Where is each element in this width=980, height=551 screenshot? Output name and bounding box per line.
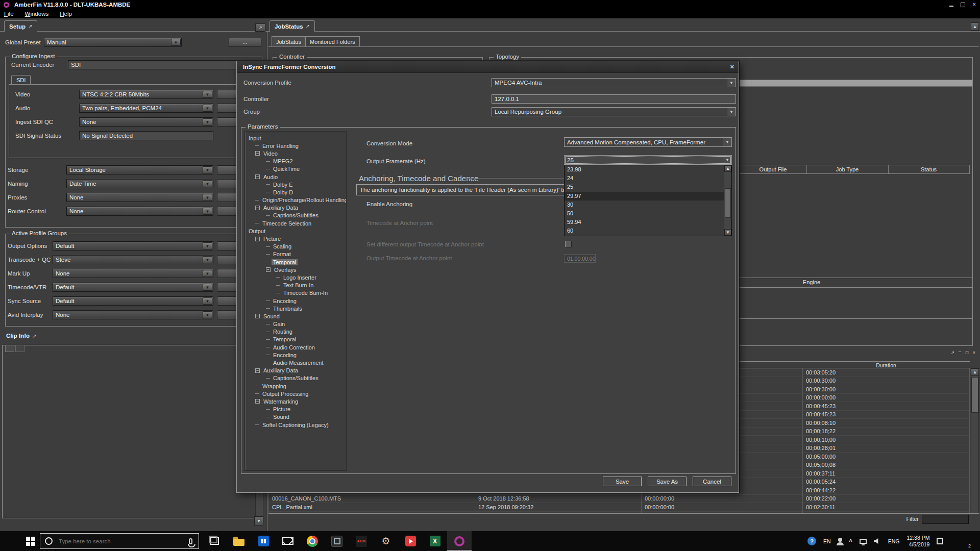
tree-item[interactable]: −Watermarking: [245, 397, 346, 405]
tree-item[interactable]: Text Burn-In: [245, 282, 346, 289]
setup-scrollbar-track[interactable]: [255, 493, 263, 516]
tree-item[interactable]: Scaling: [245, 243, 346, 251]
controller-field[interactable]: 127.0.0.1: [492, 94, 736, 104]
tree-item[interactable]: Input: [245, 134, 346, 142]
language-indicator[interactable]: ENG: [888, 538, 900, 544]
tree-item[interactable]: Output: [245, 227, 346, 235]
save-button[interactable]: Save: [603, 477, 642, 486]
tree-item[interactable]: Dolby D: [245, 188, 346, 196]
menu-help[interactable]: Help: [60, 11, 72, 17]
tree-item[interactable]: Timecode Selection: [245, 219, 346, 227]
row-more-button[interactable]: [217, 90, 239, 99]
table-row[interactable]: 00016_CANON_C100.MTS9 Oct 2018 12:36:580…: [268, 495, 970, 504]
tree-item[interactable]: −Sound: [245, 312, 346, 320]
row-more-button[interactable]: [217, 283, 239, 292]
field-combo[interactable]: Steve▼: [53, 255, 213, 264]
taskbar-app-amberfin[interactable]: [447, 531, 472, 551]
hidden-icons-chevron[interactable]: ^: [849, 538, 852, 544]
tree-item[interactable]: Captions/Subtitles: [245, 212, 346, 219]
taskbar-app-adm[interactable]: ADM: [349, 531, 374, 551]
tree-item[interactable]: MPEG2: [245, 158, 346, 165]
tree-item[interactable]: −Audio: [245, 173, 346, 181]
tree-item[interactable]: Encoding: [245, 297, 346, 305]
tree-item[interactable]: Output Processing: [245, 390, 346, 397]
panel-close-icon[interactable]: ×: [971, 349, 977, 356]
field-combo[interactable]: None▼: [53, 269, 213, 278]
row-more-button[interactable]: [217, 179, 239, 188]
row-more-button[interactable]: [217, 207, 239, 216]
tree-item[interactable]: Softel Captioning (Legacy): [245, 421, 346, 429]
tree-item[interactable]: Temporal: [245, 258, 346, 266]
tree-item[interactable]: Encoding: [245, 351, 346, 359]
group-combo[interactable]: Local Repurposing Group ▼: [492, 107, 736, 116]
tree-collapse-icon[interactable]: −: [255, 368, 260, 373]
row-more-button[interactable]: [217, 241, 239, 251]
tree-item[interactable]: Error Handling: [245, 142, 346, 149]
language-short-indicator[interactable]: EN: [823, 538, 831, 544]
dropdown-option[interactable]: 60: [565, 227, 731, 235]
row-more-button[interactable]: [217, 165, 239, 174]
dropdown-option[interactable]: 59.94: [565, 218, 731, 227]
col-header-output-file[interactable]: Output File: [740, 166, 806, 172]
setup-float-button[interactable]: ↗: [255, 23, 265, 32]
output-framerate-combo[interactable]: 25 ▼: [564, 155, 732, 165]
dropdown-option[interactable]: 23.98: [565, 165, 731, 174]
panel-float-icon[interactable]: ↗: [949, 349, 956, 356]
tree-item[interactable]: Wrapping: [245, 382, 346, 390]
field-combo[interactable]: Default▼: [53, 241, 213, 251]
clip-info-tab-1[interactable]: [5, 345, 14, 352]
taskbar-app-store[interactable]: [251, 531, 276, 551]
global-preset-more-button[interactable]: ...: [229, 38, 261, 47]
tree-item[interactable]: Format: [245, 251, 346, 258]
tree-item[interactable]: Logo Inserter: [245, 273, 346, 281]
current-encoder-field[interactable]: SDI: [68, 60, 258, 69]
tree-item[interactable]: −Overlays: [245, 266, 346, 273]
tree-item[interactable]: Thumbnails: [245, 305, 346, 312]
action-center-icon[interactable]: [937, 538, 943, 544]
taskbar-app-mail[interactable]: [276, 531, 300, 551]
taskbar-search[interactable]: [40, 533, 199, 549]
setup-scroll-down-button[interactable]: ▼: [254, 516, 263, 525]
field-combo[interactable]: Two pairs, Embedded, PCM24▼: [79, 104, 213, 113]
maximize-icon[interactable]: [961, 3, 965, 7]
table-row[interactable]: CPL_Partial.xml12 Sep 2018 09:20:3200:00…: [268, 503, 970, 512]
tree-collapse-icon[interactable]: −: [255, 314, 260, 318]
tree-item[interactable]: Captions/Subtitles: [245, 374, 346, 382]
taskbar-app-media[interactable]: [398, 531, 423, 551]
dialog-title-bar[interactable]: InSync FrameFormer Conversion ×: [237, 61, 739, 73]
dropdown-option[interactable]: 30: [565, 201, 731, 209]
save-as-button[interactable]: Save As: [648, 477, 687, 486]
menu-file[interactable]: File: [4, 11, 14, 17]
tree-item[interactable]: Routing: [245, 328, 346, 336]
field-combo[interactable]: NTSC 4:2:2 CBR 50Mbits▼: [79, 90, 213, 99]
col-header-job-type[interactable]: Job Type: [806, 166, 888, 172]
tree-collapse-icon[interactable]: −: [255, 399, 260, 404]
network-tray-icon[interactable]: [860, 539, 867, 544]
tree-item[interactable]: Origin/Precharge/Rollout Handling: [245, 196, 346, 204]
field-combo[interactable]: None▼: [66, 207, 213, 216]
tree-collapse-icon[interactable]: −: [266, 267, 271, 272]
search-input[interactable]: [58, 538, 189, 545]
cancel-button[interactable]: Cancel: [693, 477, 731, 486]
dropdown-scrollbar[interactable]: ▲ ▼: [724, 165, 731, 236]
jobs-scrollbar-thumb[interactable]: [971, 377, 978, 413]
close-icon[interactable]: ×: [972, 2, 976, 8]
dropdown-option[interactable]: 24: [565, 174, 731, 183]
set-different-timecode-checkbox[interactable]: [565, 241, 572, 247]
field-combo[interactable]: None▼: [53, 310, 213, 319]
taskbar-app-dark-app[interactable]: [325, 531, 349, 551]
volume-tray-icon[interactable]: [874, 538, 881, 544]
tree-item[interactable]: Picture: [245, 406, 346, 413]
tab-jobstatus[interactable]: JobStatus ↗: [270, 20, 315, 32]
taskbar-app-excel[interactable]: X: [423, 531, 447, 551]
tree-collapse-icon[interactable]: −: [255, 237, 260, 241]
dialog-close-icon[interactable]: ×: [730, 63, 734, 70]
minimize-icon[interactable]: [949, 6, 953, 7]
tree-item[interactable]: Dolby E: [245, 181, 346, 188]
row-more-button[interactable]: [217, 296, 239, 306]
help-tray-icon[interactable]: ?: [807, 537, 816, 545]
row-more-button[interactable]: [217, 104, 239, 113]
taskbar-app-chrome[interactable]: [300, 531, 325, 551]
field-combo[interactable]: Default▼: [53, 283, 213, 292]
conversion-profile-combo[interactable]: MPEG4 AVC-Intra ▼: [492, 78, 736, 87]
